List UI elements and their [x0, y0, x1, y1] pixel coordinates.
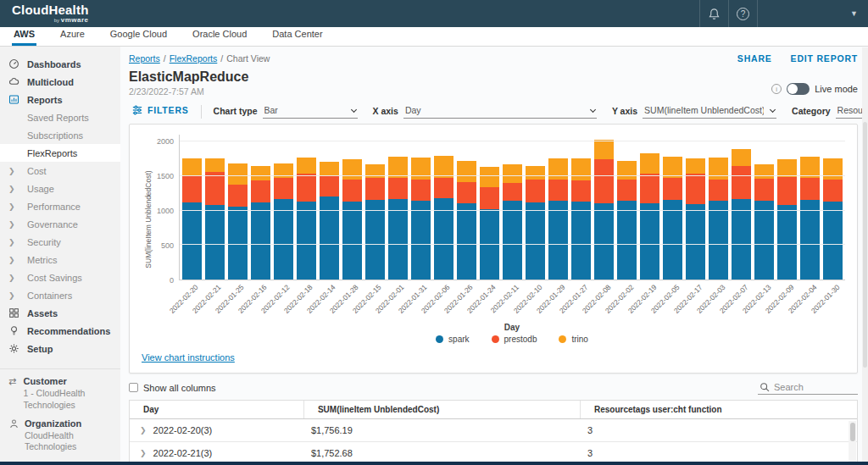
bar-segment-prestodb[interactable]	[365, 178, 385, 200]
bar-segment-prestodb[interactable]	[800, 178, 820, 200]
filter-select-x-axis[interactable]: Day	[403, 105, 597, 119]
bar-segment-spark[interactable]	[297, 202, 316, 280]
bar-segment-trino[interactable]	[640, 153, 659, 174]
expand-row-icon[interactable]: ❯	[140, 426, 147, 435]
bar-segment-prestodb[interactable]	[342, 180, 362, 201]
bar-segment-trino[interactable]	[686, 158, 705, 174]
notifications-button[interactable]	[699, 0, 728, 27]
breadcrumb-reports[interactable]: Reports	[129, 53, 160, 64]
bar-segment-spark[interactable]	[732, 199, 751, 280]
sidebar-item-assets[interactable]: Assets	[0, 304, 120, 322]
tab-data-center[interactable]: Data Center	[270, 26, 324, 46]
col-sum[interactable]: SUM(lineItem UnblendedCost)	[304, 401, 581, 418]
bar-segment-trino[interactable]	[754, 164, 774, 179]
bar-2022-02-16[interactable]	[251, 135, 270, 280]
sidebar-item-recommendations[interactable]: Recommendations	[0, 322, 120, 340]
tab-google-cloud[interactable]: Google Cloud	[108, 26, 169, 46]
bar-2022-02-07[interactable]	[732, 135, 751, 280]
bar-segment-trino[interactable]	[434, 156, 453, 177]
bar-segment-spark[interactable]	[365, 200, 385, 280]
bar-segment-spark[interactable]	[457, 203, 476, 280]
bar-segment-spark[interactable]	[182, 202, 202, 280]
bar-segment-spark[interactable]	[777, 205, 797, 280]
table-scrollbar[interactable]	[849, 421, 856, 462]
bar-segment-prestodb[interactable]	[617, 180, 637, 202]
bar-2022-02-11[interactable]	[503, 135, 522, 280]
bar-segment-spark[interactable]	[640, 203, 659, 280]
show-all-columns-checkbox[interactable]: Show all columns	[129, 383, 216, 393]
bar-segment-prestodb[interactable]	[434, 178, 453, 198]
bar-segment-trino[interactable]	[342, 159, 362, 180]
bar-segment-prestodb[interactable]	[777, 177, 797, 205]
bar-2022-01-24[interactable]	[480, 135, 499, 280]
legend-item-trino[interactable]: trino	[559, 335, 587, 344]
bar-segment-spark[interactable]	[228, 207, 248, 280]
help-button[interactable]: ?	[728, 0, 757, 27]
bar-2022-02-06[interactable]	[434, 135, 453, 280]
bar-segment-trino[interactable]	[480, 167, 499, 187]
bar-segment-spark[interactable]	[754, 201, 774, 280]
bar-segment-prestodb[interactable]	[297, 174, 316, 201]
bar-segment-prestodb[interactable]	[251, 180, 270, 202]
tab-oracle-cloud[interactable]: Oracle Cloud	[191, 26, 248, 46]
customer-switcher[interactable]: ⇄ Customer 1 - CloudHealth Technologies	[8, 376, 112, 411]
bar-segment-spark[interactable]	[594, 203, 614, 280]
bar-segment-trino[interactable]	[709, 158, 728, 180]
legend-item-spark[interactable]: spark	[436, 335, 469, 344]
bar-segment-prestodb[interactable]	[709, 180, 728, 200]
bar-segment-trino[interactable]	[823, 158, 843, 180]
sidebar-item-usage[interactable]: ❯Usage	[0, 180, 120, 197]
bar-segment-prestodb[interactable]	[663, 178, 682, 200]
live-mode-toggle[interactable]	[787, 83, 810, 95]
bar-segment-prestodb[interactable]	[686, 174, 705, 204]
bar-segment-trino[interactable]	[297, 158, 316, 174]
bar-segment-trino[interactable]	[457, 161, 476, 181]
bar-2022-02-01[interactable]	[388, 135, 408, 280]
search-input[interactable]	[774, 382, 850, 392]
bar-segment-spark[interactable]	[274, 199, 293, 280]
bar-2022-02-18[interactable]	[297, 135, 316, 280]
bar-segment-prestodb[interactable]	[594, 159, 614, 203]
sidebar-item-dashboards[interactable]: Dashboards	[0, 55, 120, 73]
sidebar-item-subscriptions[interactable]: Subscriptions	[0, 126, 120, 144]
bar-segment-trino[interactable]	[320, 162, 339, 175]
bar-segment-spark[interactable]	[251, 202, 270, 280]
bar-2022-01-29[interactable]	[548, 135, 568, 280]
bar-2022-02-12[interactable]	[274, 135, 293, 280]
bar-2022-02-15[interactable]	[365, 135, 385, 280]
sidebar-item-containers[interactable]: ❯Containers	[0, 286, 120, 304]
bar-segment-trino[interactable]	[617, 161, 637, 180]
bar-segment-spark[interactable]	[342, 202, 362, 280]
bar-2022-01-30[interactable]	[823, 135, 843, 280]
sidebar-item-performance[interactable]: ❯Performance	[0, 197, 120, 215]
bar-segment-spark[interactable]	[709, 201, 728, 280]
bar-segment-prestodb[interactable]	[823, 180, 843, 202]
bar-2022-02-14[interactable]	[320, 135, 339, 280]
bar-segment-spark[interactable]	[571, 202, 591, 280]
bar-segment-trino[interactable]	[228, 163, 248, 185]
chevron-down-icon[interactable]: ▼	[850, 9, 860, 18]
bar-segment-prestodb[interactable]	[320, 175, 339, 197]
table-row[interactable]: ❯2022-02-20(3)$1,756.193	[130, 419, 857, 442]
bar-2022-01-26[interactable]	[457, 135, 476, 280]
bar-segment-prestodb[interactable]	[274, 178, 293, 199]
bar-segment-spark[interactable]	[800, 200, 820, 280]
bar-segment-spark[interactable]	[388, 199, 408, 280]
bar-segment-prestodb[interactable]	[205, 172, 225, 205]
col-day[interactable]: Day	[130, 401, 304, 418]
bar-segment-prestodb[interactable]	[754, 179, 774, 201]
view-chart-instructions-link[interactable]: View chart instructions	[142, 352, 235, 363]
bar-segment-prestodb[interactable]	[571, 180, 591, 201]
bar-2022-02-09[interactable]	[777, 135, 797, 280]
bar-segment-trino[interactable]	[411, 158, 431, 180]
bar-segment-prestodb[interactable]	[640, 174, 659, 203]
bar-segment-trino[interactable]	[503, 164, 522, 184]
bar-2022-01-31[interactable]	[411, 135, 431, 280]
info-icon[interactable]: i	[771, 84, 782, 94]
bar-segment-prestodb[interactable]	[526, 180, 545, 202]
bar-segment-spark[interactable]	[617, 201, 637, 280]
bar-2022-02-17[interactable]	[686, 135, 705, 280]
edit-report-button[interactable]: EDIT REPORT	[791, 53, 858, 64]
bar-segment-trino[interactable]	[526, 166, 545, 180]
bar-segment-spark[interactable]	[548, 201, 568, 280]
